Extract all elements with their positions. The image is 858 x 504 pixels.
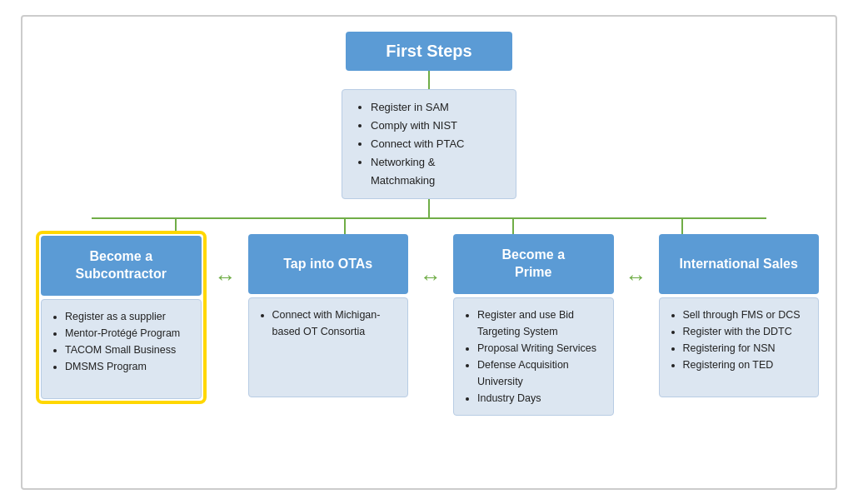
v-line-top — [428, 71, 430, 89]
prime-item-1: Register and use Bid Targeting System — [477, 307, 603, 340]
tick-1 — [175, 219, 177, 234]
col-prime-body: Register and use Bid Targeting System Pr… — [453, 297, 614, 416]
prime-item-2: Proposal Writing Services — [477, 340, 603, 357]
arrow-2: ↔ — [420, 264, 441, 290]
middle-item-1: Register in SAM — [371, 98, 501, 117]
col-prime: Become aPrime Register and use Bid Targe… — [453, 234, 614, 416]
col-subcontractor-header: Become aSubcontractor — [41, 236, 202, 296]
intl-item-1: Sell through FMS or DCS — [683, 307, 809, 323]
sub-item-2: Mentor-Protégé Program — [65, 325, 191, 342]
col-international-label: International Sales — [680, 256, 798, 273]
top-box-label: First Steps — [386, 42, 471, 60]
intl-item-3: Registering for NSN — [683, 340, 809, 357]
col-otas-list: Connect with Michigan-based OT Consortia — [259, 307, 398, 340]
col-otas-body: Connect with Michigan-based OT Consortia — [248, 297, 409, 397]
intl-item-2: Register with the DDTC — [683, 323, 809, 340]
arrow-2-icon: ↔ — [420, 264, 441, 290]
otas-item-1: Connect with Michigan-based OT Consortia — [272, 307, 398, 340]
middle-item-2: Comply with NIST — [371, 117, 501, 135]
col-subcontractor-body: Register as a supplier Mentor-Protégé Pr… — [41, 299, 202, 399]
prime-item-4: Industry Days — [477, 390, 603, 407]
tick-4 — [681, 219, 683, 234]
middle-content-box: Register in SAM Comply with NIST Connect… — [342, 89, 516, 199]
middle-item-3: Connect with PTAC — [371, 135, 501, 153]
col-international-header: International Sales — [659, 234, 820, 294]
sub-item-4: DMSMS Program — [65, 358, 191, 375]
prime-item-3: Defense Acquisition University — [477, 357, 603, 390]
diagram-wrapper: First Steps Register in SAM Comply with … — [21, 15, 837, 490]
sub-item-3: TACOM Small Business — [65, 342, 191, 358]
col-subcontractor: Become aSubcontractor Register as a supp… — [39, 234, 203, 401]
col-subcontractor-label: Become aSubcontractor — [76, 248, 167, 283]
col-international-list: Sell through FMS or DCS Register with th… — [670, 307, 809, 373]
col-prime-label: Become aPrime — [501, 247, 565, 282]
col-subcontractor-list: Register as a supplier Mentor-Protégé Pr… — [52, 308, 191, 375]
middle-content-list: Register in SAM Comply with NIST Connect… — [357, 98, 501, 190]
col-international-body: Sell through FMS or DCS Register with th… — [659, 297, 820, 397]
arrow-3-icon: ↔ — [626, 264, 647, 290]
v-line-bottom-of-middle — [428, 199, 430, 217]
middle-item-4: Networking & Matchmaking — [371, 153, 501, 190]
intl-item-4: Registering on TED — [683, 357, 809, 373]
arrow-1: ↔ — [215, 264, 237, 290]
sub-item-1: Register as a supplier — [65, 308, 191, 325]
col-prime-header: Become aPrime — [453, 234, 614, 294]
tick-2 — [344, 219, 346, 234]
col-otas-label: Tap into OTAs — [283, 256, 372, 273]
top-box: First Steps — [346, 32, 512, 71]
tick-3 — [512, 219, 514, 234]
col-prime-list: Register and use Bid Targeting System Pr… — [464, 307, 603, 407]
top-section: First Steps Register in SAM Comply with … — [39, 32, 819, 234]
col-otas-header: Tap into OTAs — [248, 234, 409, 294]
columns-connector — [92, 219, 766, 234]
col-otas: Tap into OTAs Connect with Michigan-base… — [248, 234, 409, 397]
arrow-1-icon: ↔ — [215, 264, 237, 290]
col-international: International Sales Sell through FMS or … — [659, 234, 820, 397]
arrow-3: ↔ — [626, 264, 647, 290]
